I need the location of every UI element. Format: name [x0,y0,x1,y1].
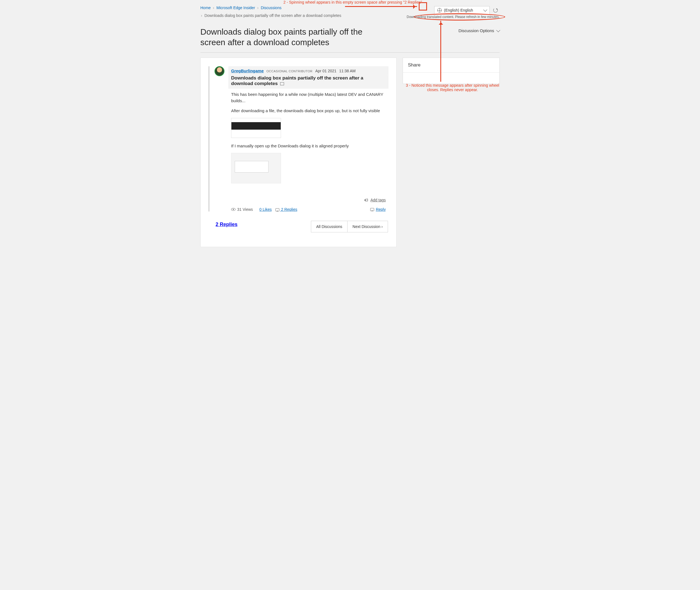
post-author-link[interactable]: GregBurlingame [231,69,264,73]
translate-status-message: Downloading translated content. Please r… [407,15,500,19]
breadcrumb-board[interactable]: Discussions [261,6,281,10]
breadcrumb-sep: › [213,6,214,10]
avatar[interactable] [214,66,225,76]
discussion-options-menu[interactable]: Discussion Options [459,28,500,33]
all-discussions-button[interactable]: All Discussions [311,221,348,232]
globe-icon [437,8,442,12]
attachment-icon [280,82,284,85]
language-label: (English) English [444,8,473,12]
likes-link[interactable]: 0 Likes [259,207,272,212]
discussion-options-label: Discussion Options [459,28,494,33]
replies-text: 2 Replies [281,207,297,212]
breadcrumb-sep: › [201,13,202,18]
post-paragraph: If I manually open up the Downloads dial… [231,143,386,149]
breadcrumb-community[interactable]: Microsoft Edge Insider [216,6,255,10]
post-time: 11:38 AM [339,69,356,73]
language-selector[interactable]: (English) English [434,6,490,14]
chevron-down-icon [496,28,500,32]
page-title: Downloads dialog box paints partially of… [200,27,378,47]
post-title-text: Downloads dialog box paints partially of… [231,75,363,86]
svg-point-0 [365,200,366,201]
post-author-rank: OCCASIONAL CONTRIBUTOR [267,70,313,73]
next-discussion-button[interactable]: Next Discussion › [348,221,388,232]
views-text: 31 Views [237,207,253,212]
refresh-icon [493,8,498,12]
speech-icon [370,208,374,211]
post-image-2[interactable] [231,153,281,183]
post-header: GregBurlingame OCCASIONAL CONTRIBUTOR Ap… [228,66,388,75]
post-paragraph: This has been happening for a while now … [231,91,386,104]
eye-icon [231,208,236,211]
share-panel: Share [403,58,500,84]
post-date: Apr 01 2021 [315,69,336,73]
breadcrumb-sep: › [257,6,259,10]
post-body: This has been happening for a while now … [228,89,388,192]
views-count: 31 Views [231,207,253,212]
speech-icon [275,208,279,211]
reply-button[interactable]: Reply [370,207,386,212]
share-panel-title: Share [403,58,499,73]
breadcrumb-home[interactable]: Home [200,6,210,10]
refresh-button[interactable] [491,6,500,14]
post-image-1[interactable] [231,118,281,138]
reply-label: Reply [376,207,386,212]
post-card: GregBurlingame OCCASIONAL CONTRIBUTOR Ap… [200,58,397,247]
post-title: Downloads dialog box paints partially of… [228,75,388,89]
annotation-text-2: 2 - Spinning wheel appears in this empty… [267,0,422,4]
thread-left-bar [208,66,209,212]
add-tags-link[interactable]: Add tags [370,198,386,202]
breadcrumb-current: Downloads dialog box paints partially of… [204,13,341,18]
tag-icon [363,197,370,203]
share-panel-body [403,73,499,84]
replies-heading[interactable]: 2 Replies [215,222,238,227]
post-paragraph: After downloading a file, the downloads … [231,108,386,114]
replies-link[interactable]: 2 Replies [275,207,297,212]
chevron-down-icon [483,8,487,12]
